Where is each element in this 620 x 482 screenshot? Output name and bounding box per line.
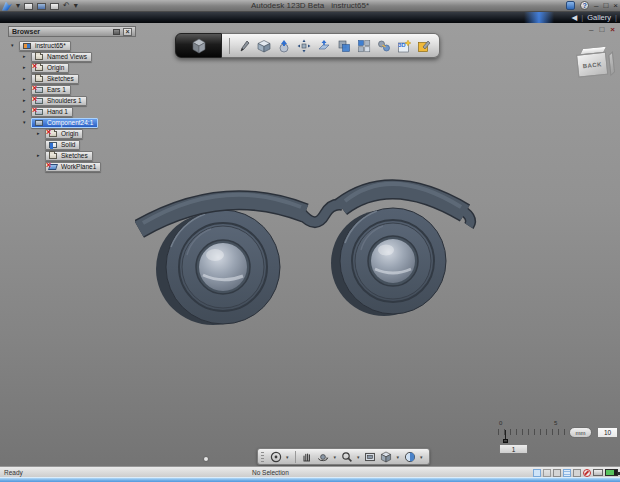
doc-minimize-button[interactable]: – (589, 25, 593, 34)
chevron-down-icon[interactable]: ▾ (420, 454, 423, 460)
title-bar: ▾ ↶ ▾ Autodesk 123D Betainstruct65* ? – … (0, 0, 620, 12)
minimize-button[interactable]: – (594, 1, 598, 10)
tree-row: ▸ × Origin (37, 129, 136, 138)
move-icon[interactable] (295, 36, 313, 55)
tree-item-ears[interactable]: × Ears 1 (31, 85, 71, 95)
expand-arrow-icon[interactable]: ▾ (23, 120, 31, 125)
model-canvas[interactable] (135, 165, 480, 341)
navbar-grip-handle[interactable] (261, 451, 264, 462)
doc-close-button[interactable]: × (610, 25, 615, 34)
chevron-down-icon[interactable]: ▾ (286, 454, 289, 460)
gallery-separator: | (581, 13, 583, 22)
chevron-down-icon[interactable]: ▾ (397, 454, 400, 460)
tree-item-workplane1[interactable]: × WorkPlane1 (45, 162, 101, 172)
group-link-icon[interactable] (375, 36, 393, 55)
snap-align-icon[interactable] (315, 36, 333, 55)
viewcube[interactable]: BACK (575, 45, 612, 80)
status-ready-text: Ready (4, 469, 23, 476)
look-at-face-icon[interactable] (364, 450, 377, 463)
chevron-down-icon[interactable]: ▾ (334, 454, 337, 460)
tree-item-root[interactable]: instruct65* (19, 41, 71, 51)
expand-arrow-icon[interactable]: ▸ (37, 153, 45, 158)
status-toggles (533, 468, 618, 477)
gallery-back-icon[interactable]: ◀ (572, 13, 578, 22)
grid-toggle-icon[interactable] (543, 469, 551, 477)
tree-item-shoulders[interactable]: × Shoulders 1 (31, 96, 87, 106)
press-pull-icon[interactable] (275, 36, 293, 55)
left-wheel-body[interactable] (156, 210, 280, 325)
expand-arrow-icon[interactable]: ▾ (11, 43, 19, 48)
pan-hand-icon[interactable] (301, 450, 314, 463)
close-button[interactable]: × (613, 1, 618, 10)
tree-item-named-views[interactable]: Named Views (31, 52, 92, 62)
orbit-icon[interactable] (317, 450, 330, 463)
primitive-box-icon[interactable] (255, 36, 273, 55)
viewcube-front-face[interactable]: BACK (576, 52, 608, 78)
sign-in-icon[interactable] (566, 1, 575, 10)
component-icon (34, 119, 44, 127)
tree-item-component24-selected[interactable]: Component24:1 (31, 118, 98, 128)
material-paint-icon[interactable] (415, 36, 433, 55)
part-icon (22, 42, 32, 50)
browser-header[interactable]: Browser × (8, 26, 136, 37)
pattern-icon[interactable] (355, 36, 373, 55)
tree-label: Sketches (47, 75, 74, 82)
steering-wheel-icon[interactable] (269, 450, 282, 463)
no-entry-icon[interactable] (583, 469, 591, 477)
display-monitor-icon[interactable] (593, 469, 603, 476)
snap-value-box[interactable]: 1 (499, 444, 528, 454)
right-wheel-body[interactable] (331, 208, 446, 316)
tree-row: Solid (37, 140, 136, 149)
tree-item-hand[interactable]: × Hand 1 (31, 107, 73, 117)
panel-gripper-dot[interactable] (204, 457, 208, 461)
gallery-bar: ◀ | Gallery | (0, 12, 620, 23)
expand-arrow-icon[interactable]: ▸ (23, 98, 31, 103)
display-style-icon[interactable] (403, 450, 416, 463)
tree-label: Shoulders 1 (47, 97, 82, 104)
tree-label: Component24:1 (47, 119, 93, 126)
tree-item-component-sketches[interactable]: Sketches (45, 151, 93, 161)
snap-toggle-icon[interactable] (533, 469, 541, 477)
lock-toggle-icon[interactable] (553, 469, 561, 477)
view-cube-icon[interactable] (380, 450, 393, 463)
folder-icon (48, 152, 58, 160)
unit-mm-button[interactable]: mm (569, 427, 592, 438)
app-menu-button[interactable] (175, 33, 222, 58)
expand-arrow-icon[interactable]: ▸ (23, 76, 31, 81)
viewcube-side-face[interactable] (608, 51, 615, 76)
tree-row: ▾ Component24:1 (23, 118, 136, 127)
expand-arrow-icon[interactable]: ▸ (23, 87, 31, 92)
grid-size-input[interactable]: 10 (597, 427, 618, 438)
expand-arrow-icon[interactable]: ▸ (23, 65, 31, 70)
panel-menu-icon[interactable] (113, 29, 120, 35)
sketch-pencil-icon[interactable] (235, 36, 253, 55)
ruler-slider-knob[interactable] (503, 439, 508, 443)
tree-label: Ears 1 (47, 86, 66, 93)
hidden-red-x-icon: × (32, 95, 37, 104)
part-icon: × (34, 86, 44, 94)
zoom-icon[interactable] (340, 450, 353, 463)
chevron-down-icon[interactable]: ▾ (357, 454, 360, 460)
viewport[interactable]: – □ × Browser × ▾ instruct65* (0, 23, 620, 466)
maximize-button[interactable]: □ (603, 1, 608, 10)
text-3d-icon[interactable]: 3D (395, 36, 413, 55)
layers-toggle-icon[interactable] (563, 469, 571, 477)
tree-item-sketches[interactable]: Sketches (31, 74, 79, 84)
doc-restore-button[interactable]: □ (599, 25, 604, 34)
tree-row: ▸ × Shoulders 1 (23, 96, 136, 105)
panel-close-icon[interactable]: × (123, 28, 132, 36)
combine-icon[interactable] (335, 36, 353, 55)
tree-item-solid[interactable]: Solid (45, 140, 80, 150)
expand-arrow-icon[interactable]: ▸ (23, 109, 31, 114)
document-window-controls: – □ × (589, 25, 615, 34)
status-selection-text: No Selection (252, 469, 289, 476)
expand-arrow-icon[interactable]: ▸ (23, 54, 31, 59)
help-icon[interactable]: ? (580, 1, 589, 10)
tree-item-component-origin[interactable]: × Origin (45, 129, 83, 139)
expand-arrow-icon[interactable]: ▸ (37, 131, 45, 136)
gallery-button[interactable]: Gallery (587, 13, 611, 22)
tree-item-origin[interactable]: × Origin (31, 63, 69, 73)
ortho-toggle-icon[interactable] (573, 469, 581, 477)
ruler-label-5: 5 (554, 420, 557, 426)
hidden-red-x-icon: × (32, 62, 37, 71)
